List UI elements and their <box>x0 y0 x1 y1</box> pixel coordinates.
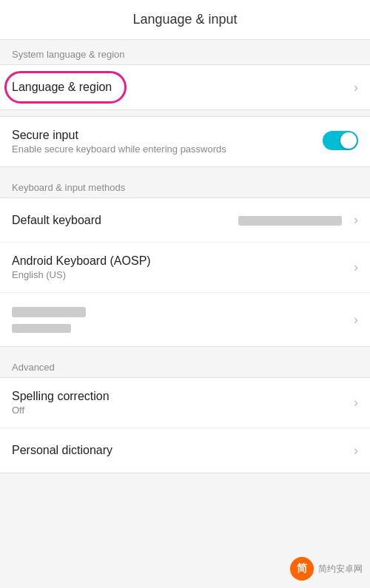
keyboard-group: Default keyboard › Android Keyboard (AOS… <box>0 197 370 347</box>
spelling-correction-title: Spelling correction <box>12 390 348 403</box>
chevron-icon: › <box>354 312 358 328</box>
watermark: 简 简约安卓网 <box>290 557 363 581</box>
language-region-group: Language & region › <box>0 64 370 110</box>
default-keyboard-right: › <box>238 212 358 228</box>
third-party-keyboard-right: › <box>348 312 358 328</box>
personal-dictionary-right: › <box>348 443 358 459</box>
android-keyboard-item[interactable]: Android Keyboard (AOSP) English (US) › <box>0 243 370 293</box>
secure-input-item[interactable]: Secure input Enable secure keyboard whil… <box>0 117 370 166</box>
default-keyboard-title: Default keyboard <box>12 214 238 227</box>
android-keyboard-title: Android Keyboard (AOSP) <box>12 254 348 268</box>
section-system-language: System language & region Language & regi… <box>0 40 370 110</box>
section-label-keyboard: Keyboard & input methods <box>0 173 370 197</box>
third-party-keyboard-item[interactable]: › <box>0 293 370 346</box>
android-keyboard-content: Android Keyboard (AOSP) English (US) <box>12 254 348 280</box>
spelling-correction-content: Spelling correction Off <box>12 390 348 416</box>
language-region-content: Language & region <box>12 81 348 94</box>
toggle-knob <box>340 132 357 149</box>
blurred-subtitle-line1 <box>12 324 71 333</box>
spelling-correction-subtitle: Off <box>12 405 348 416</box>
spelling-correction-right: › <box>348 395 358 410</box>
personal-dictionary-title: Personal dictionary <box>12 444 348 457</box>
secure-input-title: Secure input <box>12 129 323 142</box>
android-keyboard-right: › <box>348 260 358 275</box>
personal-dictionary-item[interactable]: Personal dictionary › <box>0 428 370 473</box>
android-keyboard-subtitle: English (US) <box>12 269 348 280</box>
secure-input-toggle-container <box>323 131 358 153</box>
watermark-text: 简约安卓网 <box>318 563 363 575</box>
secure-input-content: Secure input Enable secure keyboard whil… <box>12 129 323 155</box>
default-keyboard-value <box>238 214 342 226</box>
language-region-title: Language & region <box>12 81 348 94</box>
third-party-keyboard-content <box>12 305 348 334</box>
chevron-icon: › <box>354 212 358 228</box>
advanced-group: Spelling correction Off › Personal dicti… <box>0 377 370 473</box>
secure-input-toggle[interactable] <box>323 131 358 150</box>
spelling-correction-item[interactable]: Spelling correction Off › <box>0 378 370 428</box>
default-keyboard-item[interactable]: Default keyboard › <box>0 198 370 243</box>
language-region-right: › <box>348 80 358 95</box>
section-label-system-language: System language & region <box>0 40 370 64</box>
section-keyboard: Keyboard & input methods Default keyboar… <box>0 173 370 347</box>
secure-input-group: Secure input Enable secure keyboard whil… <box>0 116 370 167</box>
secure-input-subtitle: Enable secure keyboard while entering pa… <box>12 143 323 155</box>
section-advanced: Advanced Spelling correction Off › Perso… <box>0 353 370 473</box>
chevron-icon: › <box>354 443 358 459</box>
page-title: Language & input <box>132 12 237 27</box>
section-secure-input: Secure input Enable secure keyboard whil… <box>0 116 370 167</box>
section-label-advanced: Advanced <box>0 353 370 377</box>
language-region-item[interactable]: Language & region › <box>0 65 370 109</box>
page-header: Language & input <box>0 0 370 40</box>
blurred-title-line1 <box>12 307 86 317</box>
blurred-value <box>238 216 342 226</box>
personal-dictionary-content: Personal dictionary <box>12 444 348 457</box>
chevron-icon: › <box>354 395 358 410</box>
watermark-icon: 简 <box>290 557 314 581</box>
chevron-icon: › <box>354 80 358 95</box>
chevron-icon: › <box>354 260 358 275</box>
default-keyboard-content: Default keyboard <box>12 214 238 227</box>
